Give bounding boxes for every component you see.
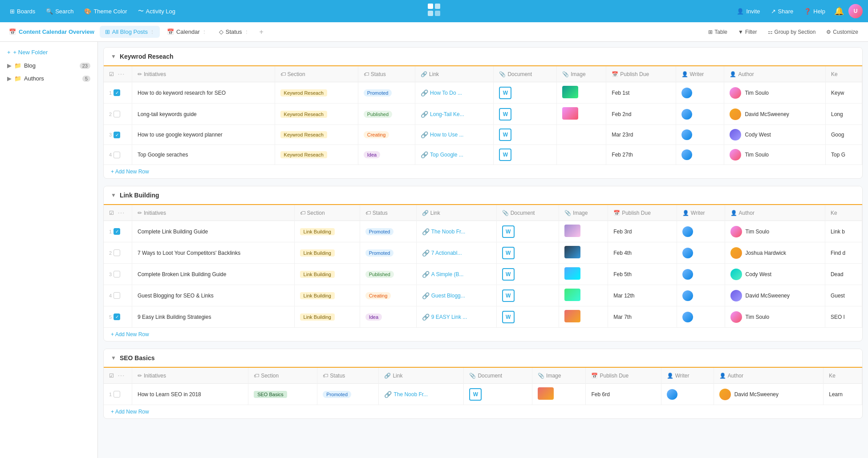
document-icon[interactable]: W: [502, 289, 515, 302]
initiative-cell[interactable]: Long-tail keywords guide: [132, 104, 275, 125]
section-tag[interactable]: Link Building: [300, 249, 335, 257]
row-checkbox[interactable]: [114, 391, 120, 398]
filter-tool[interactable]: ▼ Filter: [734, 27, 762, 37]
status-badge[interactable]: Promoted: [365, 249, 394, 257]
status-badge[interactable]: Creating: [365, 292, 391, 299]
document-cell[interactable]: W: [496, 221, 559, 242]
section-tag[interactable]: Keywrod Reseach: [280, 151, 327, 158]
section-tag[interactable]: Link Building: [300, 228, 335, 235]
group-by-section-tool[interactable]: ⚏ Group by Section: [763, 27, 820, 37]
document-cell[interactable]: W: [494, 82, 557, 104]
section-tag[interactable]: Keywrod Reseach: [280, 89, 327, 96]
section-tag[interactable]: Keywrod Reseach: [280, 131, 327, 138]
image-thumbnail[interactable]: [564, 310, 580, 322]
initiative-cell[interactable]: 7 Ways to Loot Your Competitors' Backlin…: [132, 242, 295, 264]
row-checkbox[interactable]: ✓: [114, 228, 120, 235]
link-cell[interactable]: 🔗The Noob Fr...: [416, 221, 496, 242]
link-cell[interactable]: 🔗9 EASY Link ...: [416, 306, 496, 328]
status-badge[interactable]: Idea: [364, 151, 380, 158]
activity-nav-item[interactable]: 〜 Activity Log: [134, 4, 180, 18]
calendar-options-icon[interactable]: ⋮: [202, 29, 207, 34]
document-cell[interactable]: W: [464, 384, 532, 405]
row-checkbox[interactable]: ✓: [114, 313, 120, 320]
initiative-cell[interactable]: How to Learn SEO in 2018: [132, 384, 248, 405]
sidebar-item-authors[interactable]: ▶ 📁 Authors 5: [0, 72, 97, 85]
table-tool[interactable]: ⊞ Table: [704, 27, 732, 37]
new-folder-button[interactable]: + + New Folder: [0, 45, 97, 59]
status-badge[interactable]: Promoted: [365, 228, 394, 235]
tab-calendar[interactable]: 📅 Calendar ⋮: [162, 26, 212, 38]
status-badge[interactable]: Published: [364, 111, 392, 118]
row-checkbox[interactable]: [114, 292, 120, 299]
search-nav-item[interactable]: 🔍 Search: [41, 5, 78, 17]
status-options-icon[interactable]: ⋮: [244, 29, 249, 34]
theme-nav-item[interactable]: 🎨 Theme Color: [80, 5, 131, 17]
add-tab-button[interactable]: +: [256, 26, 267, 38]
add-row-section-2[interactable]: + Add New Row: [104, 328, 862, 341]
image-thumbnail[interactable]: [538, 387, 554, 400]
boards-nav-item[interactable]: ⊞ Boards: [5, 5, 40, 17]
link-cell[interactable]: 🔗Top Google ...: [415, 145, 494, 165]
link-cell[interactable]: 🔗Long-Tail Ke...: [415, 104, 494, 125]
link-cell[interactable]: 🔗How to Use ...: [415, 125, 494, 145]
tab-status[interactable]: ◇ Status ⋮: [214, 26, 254, 38]
row-checkbox[interactable]: ✓: [114, 132, 120, 138]
section-tag[interactable]: SEO Basics: [254, 391, 287, 398]
document-cell[interactable]: W: [496, 285, 559, 306]
status-badge[interactable]: Published: [365, 271, 394, 278]
invite-button[interactable]: 👤 Invite: [732, 5, 764, 17]
user-avatar[interactable]: U: [848, 4, 863, 18]
initiative-cell[interactable]: Guest Blogging for SEO & Links: [132, 285, 295, 306]
help-button[interactable]: ❓ Help: [799, 5, 830, 17]
image-thumbnail[interactable]: [562, 86, 578, 98]
section-tag[interactable]: Link Building: [300, 313, 335, 321]
document-icon[interactable]: W: [502, 311, 515, 323]
row-checkbox[interactable]: [114, 152, 120, 158]
document-icon[interactable]: W: [499, 149, 511, 161]
share-button[interactable]: ↗ Share: [767, 5, 798, 17]
image-thumbnail[interactable]: [564, 246, 580, 258]
tab-all-blog-posts[interactable]: ⊞ All Blog Posts ⋮: [100, 26, 160, 38]
collapse-section-3[interactable]: ▼: [111, 355, 116, 361]
initiative-cell[interactable]: Complete Broken Link Building Guide: [132, 264, 295, 285]
link-cell[interactable]: 🔗The Noob Fr...: [379, 384, 464, 405]
initiative-cell[interactable]: Top Google seraches: [132, 145, 275, 165]
link-cell[interactable]: 🔗How To Do ...: [415, 82, 494, 104]
link-cell[interactable]: 🔗Guest Blogg...: [416, 285, 496, 306]
document-cell[interactable]: W: [496, 306, 559, 328]
image-thumbnail[interactable]: [562, 107, 578, 120]
image-thumbnail[interactable]: [564, 225, 580, 237]
sidebar-item-blog[interactable]: ▶ 📁 Blog 23: [0, 59, 97, 72]
row-checkbox[interactable]: [114, 249, 120, 256]
tab-options-icon[interactable]: ⋮: [150, 29, 154, 34]
status-badge[interactable]: Creating: [364, 131, 389, 138]
document-icon[interactable]: W: [469, 388, 482, 401]
collapse-section-2[interactable]: ▼: [111, 192, 116, 198]
add-row-section-1[interactable]: + Add New Row: [104, 165, 862, 178]
section-tag[interactable]: Link Building: [300, 292, 335, 299]
initiative-cell[interactable]: 9 Easy Link Building Strategies: [132, 306, 295, 328]
document-cell[interactable]: W: [496, 264, 559, 285]
add-row-section-3[interactable]: + Add New Row: [104, 405, 862, 418]
image-thumbnail[interactable]: [564, 267, 580, 280]
customize-tool[interactable]: ⚙ Customize: [822, 27, 863, 37]
initiative-cell[interactable]: How to do keyword research for SEO: [132, 82, 275, 104]
status-badge[interactable]: Idea: [365, 313, 382, 321]
document-icon[interactable]: W: [502, 247, 515, 259]
notification-bell[interactable]: 🔔: [831, 4, 847, 19]
link-cell[interactable]: 🔗A Simple (B...: [416, 264, 496, 285]
link-cell[interactable]: 🔗7 Actionabl...: [416, 242, 496, 264]
row-checkbox[interactable]: ✓: [114, 89, 120, 96]
row-checkbox[interactable]: [114, 271, 120, 277]
document-icon[interactable]: W: [502, 268, 515, 281]
status-badge[interactable]: Promoted: [323, 391, 351, 398]
document-icon[interactable]: W: [499, 87, 511, 99]
document-cell[interactable]: W: [494, 125, 557, 145]
section-tag[interactable]: Keywrod Reseach: [280, 111, 327, 118]
status-badge[interactable]: Promoted: [364, 89, 392, 96]
document-icon[interactable]: W: [499, 129, 511, 141]
section-tag[interactable]: Link Building: [300, 271, 335, 278]
document-cell[interactable]: W: [494, 104, 557, 125]
document-icon[interactable]: W: [502, 225, 515, 238]
collapse-section-1[interactable]: ▼: [111, 53, 116, 60]
